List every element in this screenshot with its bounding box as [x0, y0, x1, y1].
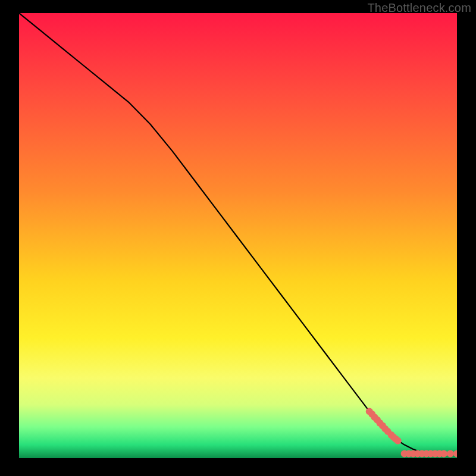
chart-overlay	[19, 13, 457, 458]
chart-frame: TheBottleneck.com	[0, 0, 476, 476]
series-curve	[19, 13, 457, 454]
scatter-points	[366, 408, 457, 457]
point-tail	[453, 450, 457, 458]
point-tail	[440, 450, 447, 458]
line-series	[19, 13, 457, 454]
watermark-text: TheBottleneck.com	[367, 1, 471, 15]
point-cluster-lower	[394, 437, 402, 444]
point-tail	[447, 450, 454, 458]
plot-area	[19, 13, 457, 458]
